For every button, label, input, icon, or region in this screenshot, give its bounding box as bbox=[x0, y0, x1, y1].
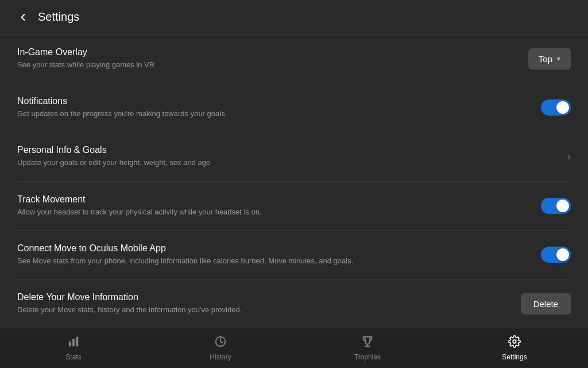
bar-chart-icon bbox=[67, 335, 80, 351]
nav-label-history: History bbox=[210, 353, 231, 361]
nav-item-settings[interactable]: Settings bbox=[441, 331, 588, 366]
clock-icon bbox=[214, 335, 227, 351]
toggle-slider-connect-move bbox=[541, 247, 571, 263]
dropdown-value: Top bbox=[539, 54, 552, 64]
setting-row-notifications: NotificationsGet updates on the progress… bbox=[17, 83, 571, 132]
setting-title-connect-move: Connect Move to Oculus Mobile App bbox=[17, 243, 541, 254]
nav-item-history[interactable]: History bbox=[147, 331, 294, 366]
setting-desc-connect-move: See Move stats from your phone, includin… bbox=[17, 256, 541, 266]
setting-text-personal-info: Personal Info & GoalsUpdate your goals o… bbox=[17, 145, 567, 168]
setting-row-track-movement: Track MovementAllow your headset to trac… bbox=[17, 182, 571, 231]
toggle-slider-track-movement bbox=[541, 198, 571, 214]
setting-desc-personal-info: Update your goals or edit your height, w… bbox=[17, 158, 567, 168]
svg-point-4 bbox=[513, 340, 516, 343]
setting-row-in-game-overlay: In-Game OverlaySee your stats while play… bbox=[17, 34, 571, 83]
toggle-connect-move[interactable] bbox=[541, 247, 571, 263]
setting-text-notifications: NotificationsGet updates on the progress… bbox=[17, 96, 541, 119]
settings-content: In-Game OverlaySee your stats while play… bbox=[0, 34, 588, 328]
bottom-nav: StatsHistoryTrophiesSettings bbox=[0, 328, 588, 368]
setting-desc-delete-info: Delete your Move stats, history and the … bbox=[17, 305, 521, 315]
nav-label-settings: Settings bbox=[502, 353, 527, 361]
header: Settings bbox=[0, 0, 588, 34]
setting-title-delete-info: Delete Your Move Information bbox=[17, 292, 521, 302]
setting-desc-notifications: Get updates on the progress you're makin… bbox=[17, 109, 541, 119]
delete-button-delete-info[interactable]: Delete bbox=[521, 293, 571, 315]
nav-item-stats[interactable]: Stats bbox=[0, 331, 147, 366]
svg-rect-0 bbox=[69, 342, 71, 346]
setting-text-track-movement: Track MovementAllow your headset to trac… bbox=[17, 194, 541, 217]
gear-icon bbox=[508, 335, 521, 351]
trophy-icon bbox=[361, 335, 374, 351]
svg-rect-2 bbox=[76, 337, 79, 347]
chevron-right-icon: › bbox=[567, 151, 571, 163]
setting-desc-track-movement: Allow your headset to track your physica… bbox=[17, 207, 541, 217]
setting-text-in-game-overlay: In-Game OverlaySee your stats while play… bbox=[17, 47, 528, 70]
toggle-notifications[interactable] bbox=[541, 99, 571, 116]
setting-title-track-movement: Track Movement bbox=[17, 194, 541, 205]
setting-desc-in-game-overlay: See your stats while playing games in VR bbox=[17, 60, 528, 70]
setting-title-in-game-overlay: In-Game Overlay bbox=[17, 47, 528, 57]
setting-row-delete-info: Delete Your Move InformationDelete your … bbox=[17, 279, 571, 328]
back-button[interactable] bbox=[17, 12, 29, 23]
setting-text-delete-info: Delete Your Move InformationDelete your … bbox=[17, 292, 521, 315]
setting-title-personal-info: Personal Info & Goals bbox=[17, 145, 567, 155]
setting-row-personal-info: Personal Info & GoalsUpdate your goals o… bbox=[17, 132, 571, 181]
toggle-track-movement[interactable] bbox=[541, 198, 571, 214]
setting-text-connect-move: Connect Move to Oculus Mobile AppSee Mov… bbox=[17, 243, 541, 266]
setting-title-notifications: Notifications bbox=[17, 96, 541, 106]
setting-row-connect-move: Connect Move to Oculus Mobile AppSee Mov… bbox=[17, 231, 571, 279]
chevron-down-icon: ▾ bbox=[557, 55, 560, 63]
nav-label-trophies: Trophies bbox=[354, 353, 381, 361]
dropdown-in-game-overlay[interactable]: Top▾ bbox=[528, 48, 571, 70]
svg-rect-1 bbox=[72, 339, 75, 346]
toggle-slider-notifications bbox=[541, 99, 571, 116]
page-title: Settings bbox=[38, 10, 79, 24]
nav-item-trophies[interactable]: Trophies bbox=[294, 331, 441, 366]
nav-label-stats: Stats bbox=[65, 353, 81, 361]
